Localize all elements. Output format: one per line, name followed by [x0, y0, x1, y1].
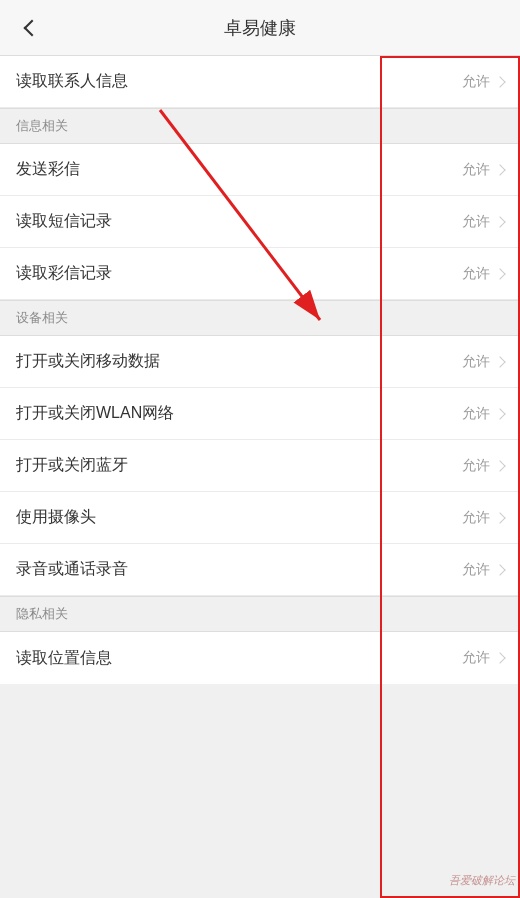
item-value: 允许	[462, 561, 490, 579]
list-item[interactable]: 发送彩信允许	[0, 144, 520, 196]
back-button[interactable]	[16, 12, 48, 44]
watermark: 吾爱破解论坛	[449, 873, 515, 888]
item-right: 允许	[462, 353, 504, 371]
item-label: 录音或通话录音	[16, 559, 128, 580]
item-label: 读取位置信息	[16, 648, 112, 669]
list-item[interactable]: 打开或关闭WLAN网络允许	[0, 388, 520, 440]
item-label: 读取短信记录	[16, 211, 112, 232]
list-item[interactable]: 读取联系人信息允许	[0, 56, 520, 108]
list-item[interactable]: 打开或关闭移动数据允许	[0, 336, 520, 388]
item-right: 允许	[462, 509, 504, 527]
chevron-right-icon	[494, 564, 505, 575]
section-header: 隐私相关	[0, 596, 520, 632]
section-header: 信息相关	[0, 108, 520, 144]
item-value: 允许	[462, 73, 490, 91]
list-item[interactable]: 使用摄像头允许	[0, 492, 520, 544]
list-item[interactable]: 读取彩信记录允许	[0, 248, 520, 300]
item-right: 允许	[462, 561, 504, 579]
item-value: 允许	[462, 457, 490, 475]
item-value: 允许	[462, 353, 490, 371]
chevron-right-icon	[494, 164, 505, 175]
chevron-right-icon	[494, 268, 505, 279]
item-right: 允许	[462, 405, 504, 423]
header: 卓易健康	[0, 0, 520, 56]
item-value: 允许	[462, 405, 490, 423]
item-value: 允许	[462, 509, 490, 527]
list-item[interactable]: 打开或关闭蓝牙允许	[0, 440, 520, 492]
item-label: 打开或关闭移动数据	[16, 351, 160, 372]
item-value: 允许	[462, 649, 490, 667]
item-right: 允许	[462, 649, 504, 667]
item-right: 允许	[462, 213, 504, 231]
content-area: 读取联系人信息允许信息相关发送彩信允许读取短信记录允许读取彩信记录允许设备相关打…	[0, 56, 520, 898]
list-item[interactable]: 录音或通话录音允许	[0, 544, 520, 596]
list-item[interactable]: 读取短信记录允许	[0, 196, 520, 248]
chevron-right-icon	[494, 356, 505, 367]
item-label: 发送彩信	[16, 159, 80, 180]
section-header-label: 信息相关	[16, 117, 68, 135]
chevron-right-icon	[494, 512, 505, 523]
chevron-right-icon	[494, 216, 505, 227]
item-label: 读取联系人信息	[16, 71, 128, 92]
section-header: 设备相关	[0, 300, 520, 336]
item-label: 打开或关闭蓝牙	[16, 455, 128, 476]
back-arrow-icon	[24, 19, 41, 36]
item-right: 允许	[462, 161, 504, 179]
item-value: 允许	[462, 161, 490, 179]
section-header-label: 设备相关	[16, 309, 68, 327]
chevron-right-icon	[494, 76, 505, 87]
chevron-right-icon	[494, 652, 505, 663]
item-value: 允许	[462, 213, 490, 231]
item-right: 允许	[462, 73, 504, 91]
section-header-label: 隐私相关	[16, 605, 68, 623]
item-label: 打开或关闭WLAN网络	[16, 403, 174, 424]
item-right: 允许	[462, 265, 504, 283]
chevron-right-icon	[494, 460, 505, 471]
item-right: 允许	[462, 457, 504, 475]
item-value: 允许	[462, 265, 490, 283]
item-label: 使用摄像头	[16, 507, 96, 528]
item-label: 读取彩信记录	[16, 263, 112, 284]
page-title: 卓易健康	[224, 16, 296, 40]
list-item[interactable]: 读取位置信息允许	[0, 632, 520, 684]
chevron-right-icon	[494, 408, 505, 419]
